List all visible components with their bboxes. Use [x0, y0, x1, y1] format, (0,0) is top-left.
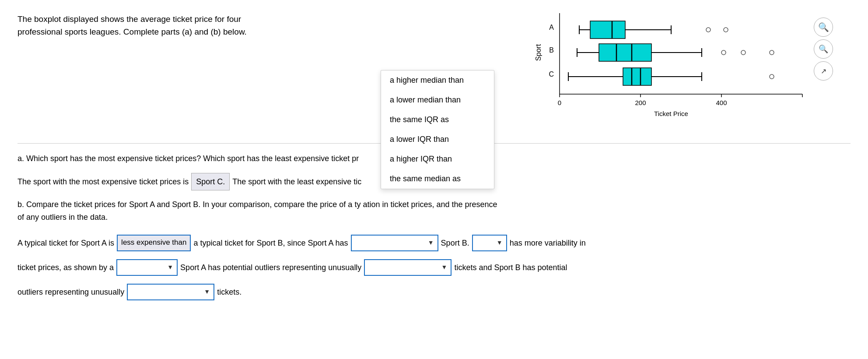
zoom-in-icon: 🔍: [818, 22, 829, 32]
select-outlier-2-arrow: ▼: [204, 286, 210, 297]
select-outlier-2[interactable]: ▼: [127, 284, 214, 300]
intro-line2: professional sports leagues. Complete pa…: [18, 27, 247, 36]
option-same-median[interactable]: the same median as: [381, 169, 494, 189]
zoom-controls: 🔍 🔍 ↗: [814, 18, 833, 81]
row2-suffix: tickets and Sport B has potential: [454, 260, 567, 275]
option-higher-median[interactable]: a higher median than: [381, 70, 494, 90]
svg-point-39: [770, 74, 774, 79]
select-less-expensive-value: less expensive than: [121, 236, 186, 250]
intro-text: The boxplot displayed shows the average …: [18, 13, 280, 38]
zoom-out-button[interactable]: 🔍: [814, 39, 833, 59]
zoom-out-icon: 🔍: [819, 44, 828, 54]
question-a-text: a. Which sport has the most expensive ti…: [18, 154, 359, 163]
select-variability-2-arrow: ▼: [167, 262, 173, 273]
svg-text:Ticket Price: Ticket Price: [654, 110, 688, 117]
svg-point-31: [770, 50, 774, 55]
svg-text:B: B: [549, 46, 554, 54]
svg-rect-16: [590, 21, 625, 39]
select-variability-2[interactable]: ▼: [116, 259, 178, 276]
row1-prefix: A typical ticket for Sport A is: [18, 236, 114, 250]
svg-rect-34: [623, 68, 651, 85]
answer-a-prefix: The sport with the most expensive ticket…: [18, 175, 189, 189]
row1-sport-b: Sport B.: [441, 236, 469, 250]
row2-middle: Sport A has potential outliers represent…: [180, 260, 361, 275]
main-container: The boxplot displayed shows the average …: [0, 0, 868, 321]
row3-suffix: tickets.: [217, 285, 242, 299]
svg-text:C: C: [549, 70, 554, 78]
row1-end: has more variability in: [510, 236, 586, 250]
row2-prefix: ticket prices, as shown by a: [18, 260, 114, 275]
select-comparison-1-arrow: ▼: [428, 237, 434, 248]
select-outlier-1-arrow: ▼: [441, 262, 448, 273]
expand-icon: ↗: [821, 67, 826, 75]
question-b: b. Compare the ticket prices for Sport A…: [18, 198, 850, 224]
svg-text:400: 400: [716, 99, 727, 106]
zoom-in-button[interactable]: 🔍: [814, 18, 833, 37]
svg-point-20: [706, 28, 710, 32]
option-higher-iqr[interactable]: a higher IQR than: [381, 149, 494, 169]
select-comparison-1[interactable]: ▼: [351, 235, 438, 251]
boxplot-chart: Sport 0 200 400 Ticket Price A B C: [536, 9, 816, 120]
option-same-iqr[interactable]: the same IQR as: [381, 110, 494, 130]
question-b-line2: of any outliers in the data.: [18, 213, 108, 222]
select-variability-1[interactable]: ▼: [472, 235, 507, 251]
option-lower-median[interactable]: a lower median than: [381, 90, 494, 110]
svg-rect-24: [599, 44, 651, 61]
answer-a-suffix: The sport with the least expensive tic: [232, 175, 361, 189]
row1-middle: a typical ticket for Sport B, since Spor…: [193, 236, 348, 250]
svg-text:200: 200: [635, 99, 646, 106]
option-lower-iqr[interactable]: a lower IQR than: [381, 130, 494, 149]
question-b-text: b. Compare the ticket prices for Sport A…: [18, 200, 497, 209]
svg-text:A: A: [549, 24, 554, 31]
svg-text:0: 0: [558, 99, 561, 106]
dropdown-overlay: a higher median than a lower median than…: [381, 70, 494, 189]
chart-area: Sport 0 200 400 Ticket Price A B C: [536, 9, 842, 127]
sport-c-box: Sport C.: [191, 173, 230, 190]
answer-row-2: ticket prices, as shown by a ▼ Sport A h…: [18, 259, 850, 276]
chart-svg-wrapper: Sport 0 200 400 Ticket Price A B C: [536, 9, 820, 123]
answer-row-1: A typical ticket for Sport A is less exp…: [18, 235, 850, 251]
select-outlier-1[interactable]: ▼: [364, 259, 452, 276]
expand-button[interactable]: ↗: [814, 61, 833, 81]
select-less-expensive[interactable]: less expensive than: [117, 235, 191, 251]
select-variability-1-arrow: ▼: [497, 237, 503, 248]
svg-point-29: [721, 50, 726, 55]
svg-point-30: [741, 50, 746, 55]
svg-text:Sport: Sport: [536, 44, 542, 61]
intro-line1: The boxplot displayed shows the average …: [18, 14, 241, 24]
svg-point-21: [724, 28, 728, 32]
row3-prefix: outliers representing unusually: [18, 285, 124, 299]
answer-row-3: outliers representing unusually ▼ ticket…: [18, 284, 850, 300]
